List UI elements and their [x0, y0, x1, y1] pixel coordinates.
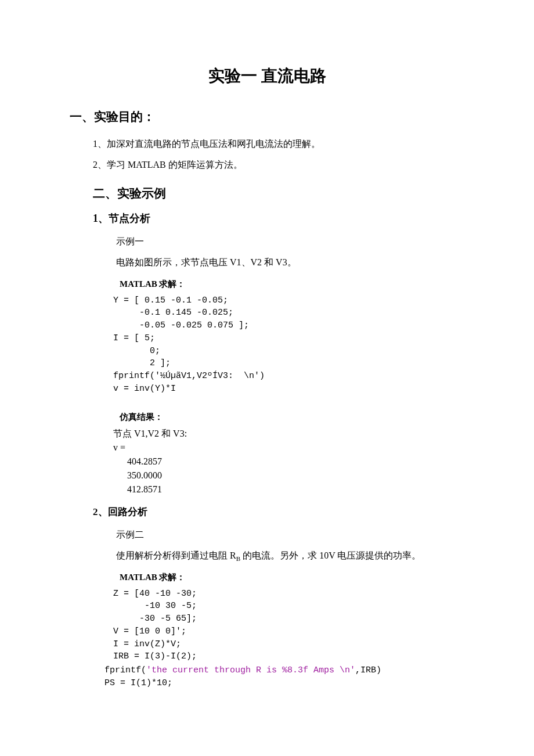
desc-post: 的电流。另外，求 10V 电压源提供的功率。: [240, 550, 421, 560]
code2-l7c: ,IRB): [355, 665, 381, 675]
code-block-1: Y = [ 0.15 -0.1 -0.05; -0.1 0.145 -0.025…: [113, 294, 464, 395]
code2-l3: -30 -5 65];: [113, 614, 197, 624]
document-page: 实验一 直流电路 一、实验目的： 1、加深对直流电路的节点电压法和网孔电流法的理…: [0, 0, 534, 756]
example-1-desc: 电路如图所示，求节点电压 V1、V2 和 V3。: [116, 253, 464, 272]
matlab-solve-label-2: MATLAB 求解：: [120, 571, 464, 584]
objective-2: 2、学习 MATLAB 的矩阵运算方法。: [93, 156, 464, 174]
section-2-heading: 二、实验示例: [93, 185, 464, 203]
code2-l6: IRB = I(3)-I(2);: [113, 651, 197, 661]
code-block-2: Z = [40 -10 -30; -10 30 -5; -30 -5 65]; …: [113, 588, 464, 664]
code2-l7b: 'the current through R is %8.3f Amps \n': [146, 665, 355, 675]
page-title: 实验一 直流电路: [70, 64, 464, 88]
result-label-1: 仿真结果：: [120, 411, 464, 424]
matlab-solve-label-1: MATLAB 求解：: [120, 278, 464, 291]
code-block-2b: fprintf('the current through R is %8.3f …: [104, 664, 464, 690]
result-block-1: 节点 V1,V2 和 V3: v = 404.2857 350.0000 412…: [113, 427, 464, 496]
section-1-heading: 一、实验目的：: [70, 108, 464, 127]
code2-l7a: fprintf(: [104, 665, 146, 675]
subsection-1-heading: 1、节点分析: [93, 211, 464, 226]
example-2-label: 示例二: [116, 525, 464, 544]
subsection-2-heading: 2、回路分析: [93, 505, 464, 520]
objective-1: 1、加深对直流电路的节点电压法和网孔电流法的理解。: [93, 135, 464, 153]
desc-pre: 使用解析分析得到通过电阻 R: [116, 550, 236, 560]
code2-l2: -10 30 -5;: [113, 601, 197, 611]
code2-l4: V = [10 0 0]';: [113, 627, 186, 636]
code2-l1: Z = [40 -10 -30;: [113, 589, 197, 599]
example-1-label: 示例一: [116, 232, 464, 251]
code2-l5: I = inv(Z)*V;: [113, 639, 181, 649]
example-2-desc: 使用解析分析得到通过电阻 RB 的电流。另外，求 10V 电压源提供的功率。: [116, 546, 464, 566]
code2-l8: PS = I(1)*10;: [104, 678, 172, 688]
